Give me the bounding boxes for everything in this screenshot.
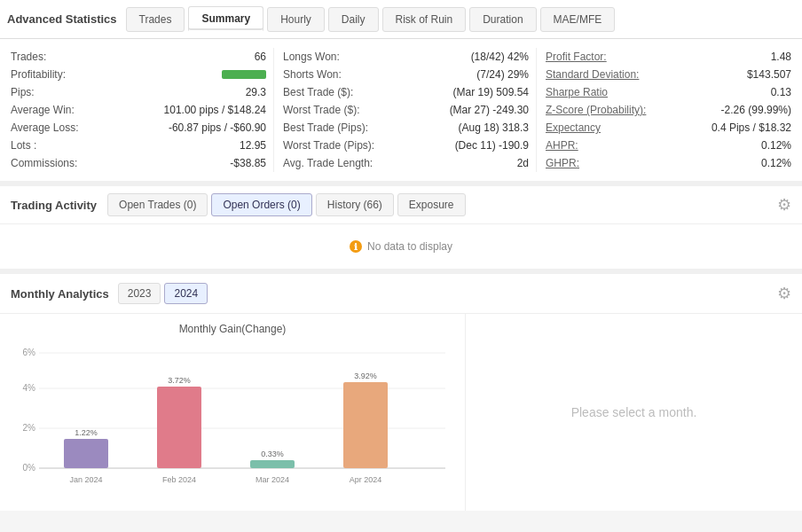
tab-hourly[interactable]: Hourly [267,7,325,32]
stats-col2: Longs Won: (18/42) 42% Shorts Won: (7/24… [273,48,529,172]
bar-apr[interactable] [343,382,388,468]
stat-best-trade-pips: Best Trade (Pips): (Aug 18) 318.3 [283,119,529,137]
stats-col1: Trades: 66 Profitability: Pips: 29.3 Ave… [11,48,266,172]
svg-text:Jan 2024: Jan 2024 [69,475,102,484]
bar-mar[interactable] [250,460,295,468]
stat-sharpe: Sharpe Ratio 0.13 [546,83,791,101]
section-title: Advanced Statistics [7,12,117,26]
trading-title: Trading Activity [11,199,97,212]
tab-open-orders[interactable]: Open Orders (0) [211,193,311,216]
stat-best-trade-usd: Best Trade ($): (Mar 19) 509.54 [283,83,529,101]
bar-feb[interactable] [157,387,201,468]
stat-profit-factor: Profit Factor: 1.48 [546,48,791,66]
stat-profitability: Profitability: [11,66,266,83]
tab-history[interactable]: History (66) [316,193,394,216]
chart-title: Monthly Gain(Change) [11,323,454,335]
stat-lots: Lots : 12.95 [11,137,266,154]
svg-text:2%: 2% [23,423,36,433]
svg-text:3.72%: 3.72% [168,376,191,385]
bar-jan[interactable] [64,439,108,468]
tab-mae[interactable]: MAE/MFE [540,7,616,32]
trading-section: Trading Activity Open Trades (0) Open Or… [0,186,802,274]
tab-exposure[interactable]: Exposure [397,193,466,216]
svg-text:Apr 2024: Apr 2024 [350,475,382,484]
stat-expectancy: Expectancy 0.4 Pips / $18.32 [546,119,791,137]
svg-text:0.33%: 0.33% [261,450,284,458]
stat-commissions: Commissions: -$38.85 [11,154,266,172]
monthly-header: Monthly Analytics 2023 2024 ⚙ [0,274,802,314]
svg-text:4%: 4% [23,383,36,393]
trading-header: Trading Activity Open Trades (0) Open Or… [0,186,802,224]
stat-pips: Pips: 29.3 [11,83,266,101]
tab-duration[interactable]: Duration [469,7,536,32]
stat-avg-trade-length: Avg. Trade Length: 2d [283,154,529,172]
stat-avg-loss: Average Loss: -60.87 pips / -$60.90 [11,119,266,137]
top-nav: Advanced Statistics Trades Summary Hourl… [0,0,802,39]
tab-open-trades[interactable]: Open Trades (0) [107,193,208,216]
stat-trades: Trades: 66 [11,48,266,66]
year-2024-btn[interactable]: 2024 [164,283,208,304]
chart-area: Monthly Gain(Change) 6% 4% 2% 0% [0,314,465,511]
monthly-section: Monthly Analytics 2023 2024 ⚙ Monthly Ga… [0,274,802,511]
svg-text:6%: 6% [23,348,36,357]
stat-std-dev: Standard Deviation: $143.507 [546,66,791,83]
tab-summary[interactable]: Summary [188,6,263,32]
year-2023-btn[interactable]: 2023 [118,283,161,304]
stat-worst-trade-pips: Worst Trade (Pips): (Dec 11) -190.9 [283,137,529,154]
svg-text:3.92%: 3.92% [354,372,377,380]
svg-text:0%: 0% [23,463,36,473]
stat-shorts: Shorts Won: (7/24) 29% [283,66,529,83]
svg-text:Mar 2024: Mar 2024 [256,475,289,484]
stat-worst-trade-usd: Worst Trade ($): (Mar 27) -249.30 [283,101,529,119]
stats-section: Trades: 66 Profitability: Pips: 29.3 Ave… [0,39,802,186]
stats-col3: Profit Factor: 1.48 Standard Deviation: … [536,48,791,172]
tab-daily[interactable]: Daily [328,7,379,32]
no-data-message: ℹ No data to display [0,224,802,269]
select-month-area: Please select a month. [465,314,802,511]
tab-trades[interactable]: Trades [126,7,185,32]
app-container: Advanced Statistics Trades Summary Hourl… [0,0,802,511]
info-icon: ℹ [350,240,362,253]
filter-icon[interactable]: ⚙ [777,195,791,215]
stat-longs: Longs Won: (18/42) 42% [283,48,529,66]
tab-risk[interactable]: Risk of Ruin [382,7,467,32]
stat-ahpr: AHPR: 0.12% [546,137,791,154]
stat-zscore: Z-Score (Probability): -2.26 (99.99%) [546,101,791,119]
svg-text:Feb 2024: Feb 2024 [162,475,196,484]
monthly-filter-icon[interactable]: ⚙ [777,284,791,303]
monthly-content: Monthly Gain(Change) 6% 4% 2% 0% [0,314,802,511]
stat-avg-win: Average Win: 101.00 pips / $148.24 [11,101,266,119]
monthly-title: Monthly Analytics [11,287,109,301]
svg-text:1.22%: 1.22% [75,428,98,437]
bar-chart: 6% 4% 2% 0% 1.22% Jan 2 [11,342,454,502]
stat-ghpr: GHPR: 0.12% [546,154,791,172]
